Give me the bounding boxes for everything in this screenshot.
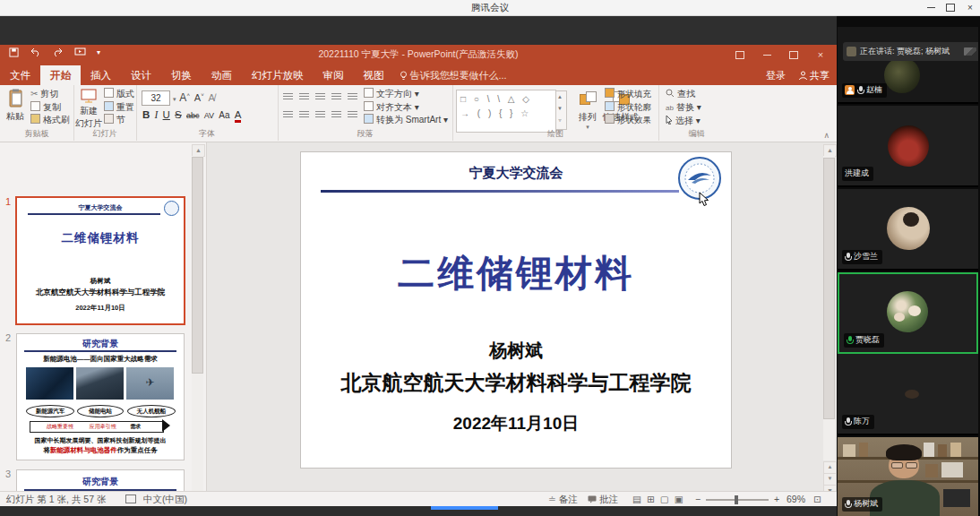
align-text-button[interactable]: 对齐文本 ▾ <box>364 101 448 115</box>
underline-button[interactable]: U <box>163 109 170 120</box>
participant-tile-4-active-speaker[interactable]: 贾晓磊 <box>838 272 978 354</box>
participant-tile-3[interactable]: 沙雪兰 <box>838 189 978 271</box>
layout-button[interactable]: 版式 <box>104 88 134 101</box>
participant-tile-2[interactable]: 洪建成 <box>838 106 978 187</box>
font-size-spinner[interactable]: ▾ <box>173 96 176 102</box>
mic-icon <box>857 86 864 95</box>
smartart-button[interactable]: 转换为 SmartArt ▾ <box>364 114 448 127</box>
format-painter-button[interactable]: 格式刷 <box>30 114 70 127</box>
zoom-slider-handle[interactable] <box>735 495 738 504</box>
tab-home[interactable]: 开始 <box>40 65 81 85</box>
meeting-share-toolbar-tab[interactable] <box>431 506 498 510</box>
section-button[interactable]: 节 <box>104 114 134 127</box>
copy-button[interactable]: 复制 <box>30 101 70 115</box>
participant-tile-1[interactable]: 正在讲话: 贾晓磊; 杨树斌 赵楠 <box>838 27 978 104</box>
tab-view[interactable]: 视图 <box>354 65 394 85</box>
signin-button[interactable]: 登录 <box>766 69 786 82</box>
tab-file[interactable]: 文件 <box>0 65 40 85</box>
font-size-input[interactable]: 32 <box>142 90 170 106</box>
tab-slideshow[interactable]: 幻灯片放映 <box>242 65 314 85</box>
os-close-button[interactable]: × <box>960 0 980 15</box>
participant-tile-6-video[interactable]: 杨树斌 <box>838 437 978 516</box>
participant-avatar <box>888 125 929 167</box>
tab-transitions[interactable]: 切换 <box>161 65 202 85</box>
change-case-button[interactable]: Aa <box>219 110 229 120</box>
participant-tile-5[interactable]: 陈万 <box>838 354 978 435</box>
italic-button[interactable]: I <box>155 109 159 120</box>
new-slide-button[interactable]: 新建幻灯片 <box>74 89 103 130</box>
justify-icon[interactable] <box>331 111 341 119</box>
share-button[interactable]: 共享 <box>798 69 830 82</box>
bold-button[interactable]: B <box>142 109 150 120</box>
ppt-restore-button[interactable] <box>781 45 806 65</box>
arrange-button[interactable]: 排列▾ <box>572 89 603 131</box>
notes-button[interactable]: ≐ 备注 <box>548 494 578 506</box>
language-indicator[interactable]: 中文(中国) <box>143 494 187 506</box>
numbering-icon[interactable] <box>299 93 309 101</box>
editor-scrollbar-track[interactable] <box>823 156 835 460</box>
editor-scrollbar-thumb[interactable] <box>823 158 835 419</box>
tab-animations[interactable]: 动画 <box>202 65 242 85</box>
line-spacing-icon[interactable] <box>348 93 357 101</box>
fit-slide-to-window-icon[interactable]: ⊡ <box>813 494 821 504</box>
align-right-icon[interactable] <box>315 111 325 119</box>
thumb-scrollbar-track[interactable] <box>192 156 203 491</box>
zoom-slider-track[interactable] <box>706 499 769 501</box>
collapse-ribbon-icon[interactable]: ∧ <box>823 131 830 140</box>
participant-name-chip: 赵楠 <box>842 83 887 98</box>
participant-name: 洪建成 <box>845 168 869 179</box>
select-button[interactable]: 选择 ▾ <box>666 115 701 128</box>
comments-button[interactable]: 批注 <box>588 494 618 506</box>
editor-scroll-up-arrow[interactable]: ▲ <box>823 144 837 157</box>
shape-effects-button[interactable]: 形状效果 <box>605 114 655 127</box>
shape-outline-button[interactable]: 形状轮廓 <box>605 101 655 115</box>
zoom-level[interactable]: 69% <box>787 494 805 504</box>
shape-fill-button[interactable]: 形状填充 <box>605 88 655 101</box>
slide-canvas[interactable]: 宁夏大学交流会 二维储锂材料 杨树斌 北京航空航天大学材料科学与工程学院 202… <box>301 152 731 468</box>
tell-me-box[interactable]: 告诉我您想要做什么... <box>394 65 514 82</box>
strikethrough-button[interactable]: S <box>175 109 182 120</box>
previous-slide-button[interactable]: ▲▲ <box>823 461 837 474</box>
os-title-bar: 腾讯会议 × <box>0 0 980 16</box>
os-maximize-button[interactable] <box>941 0 960 15</box>
align-left-icon[interactable] <box>283 111 293 119</box>
decrease-indent-icon[interactable] <box>315 93 325 101</box>
grow-font-button[interactable]: A˄ <box>179 91 190 104</box>
text-shadow-button[interactable]: abc <box>186 111 200 120</box>
paste-button[interactable]: 粘贴 <box>2 89 29 123</box>
ribbon-group-paragraph: 文字方向 ▾ 对齐文本 ▾ 转换为 SmartArt ▾ 段落 <box>278 85 453 141</box>
os-minimize-button[interactable] <box>921 0 941 15</box>
zoom-out-button[interactable]: − <box>695 494 701 504</box>
slide-thumbnail-2[interactable]: 研究背景 新能源电池——面向国家重大战略需求 ✈ 新能源汽车 储能电站 无人机舰… <box>16 333 185 460</box>
thumb-scroll-up-arrow[interactable]: ▲ <box>192 144 205 157</box>
slide-thumbnail-1[interactable]: 宁夏大学交流会 二维储锂材料 杨树斌 北京航空航天大学材料科学与工程学院 202… <box>15 196 185 325</box>
shrink-font-button[interactable]: A˅ <box>194 92 204 103</box>
ribbon-group-clipboard: 粘贴 ✂ 剪切 复制 格式刷 剪贴板 <box>0 85 74 141</box>
ppt-minimize-button[interactable] <box>754 45 779 65</box>
display-settings-icon[interactable] <box>125 494 136 504</box>
shape-gallery[interactable]: □ ○ \ \ △ ◇ → ( ) { } ☆ ▲▼▿ <box>456 90 556 133</box>
columns-icon[interactable] <box>348 111 357 119</box>
font-color-button[interactable]: A <box>235 109 242 123</box>
shape-gallery-scroll[interactable]: ▲▼▿ <box>555 90 567 130</box>
thumb-scrollbar-thumb[interactable] <box>192 157 203 374</box>
tab-insert[interactable]: 插入 <box>81 65 121 85</box>
tab-review[interactable]: 审阅 <box>314 65 354 85</box>
cut-button[interactable]: ✂ 剪切 <box>30 88 70 101</box>
align-center-icon[interactable] <box>299 111 309 119</box>
clear-formatting-button[interactable]: A̸ <box>209 92 215 103</box>
find-button[interactable]: 查找 <box>666 88 701 101</box>
increase-indent-icon[interactable] <box>331 93 341 101</box>
bullets-icon[interactable] <box>283 93 293 101</box>
view-buttons[interactable]: ▤⊞▢▣ <box>632 494 689 504</box>
next-slide-button[interactable]: ▼▼ <box>823 473 837 486</box>
replace-button[interactable]: ab替换 ▾ <box>666 101 701 116</box>
text-direction-button[interactable]: 文字方向 ▾ <box>364 88 448 101</box>
ribbon-display-options-icon[interactable] <box>727 45 752 65</box>
zoom-in-button[interactable]: + <box>774 494 779 504</box>
char-spacing-button[interactable]: AV <box>204 111 214 120</box>
mic-icon <box>845 500 851 509</box>
ppt-close-button[interactable]: × <box>808 45 833 65</box>
tab-design[interactable]: 设计 <box>121 65 161 85</box>
reset-button[interactable]: 重置 <box>104 101 134 115</box>
